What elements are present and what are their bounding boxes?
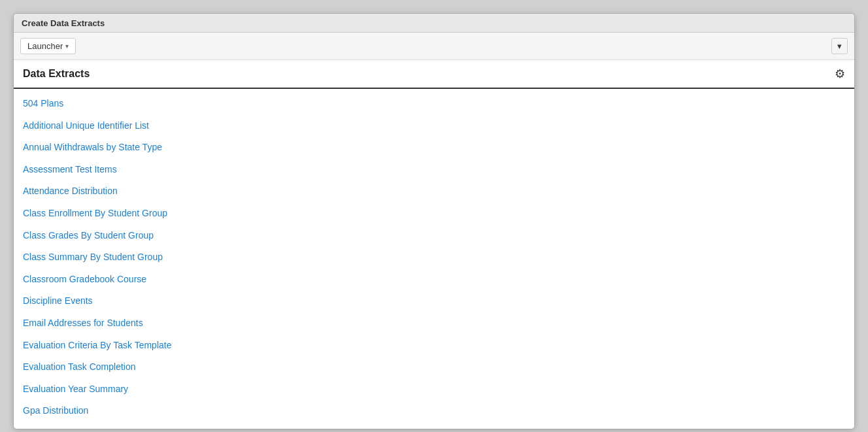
list-item[interactable]: Class Summary By Student Group: [14, 246, 854, 269]
list-item[interactable]: Class Enrollment By Student Group: [14, 203, 854, 225]
list-item[interactable]: Email Addresses for Students: [14, 312, 854, 335]
window-title: Create Data Extracts: [22, 18, 105, 28]
launcher-label: Launcher: [27, 41, 63, 51]
list-item[interactable]: Attendance Distribution: [14, 180, 854, 203]
launcher-button[interactable]: Launcher ▾: [20, 38, 76, 54]
list-item[interactable]: Additional Unique Identifier List: [14, 115, 854, 137]
toolbar: Launcher ▾ ▾: [14, 33, 854, 60]
list-item[interactable]: Evaluation Criteria By Task Template: [14, 335, 854, 357]
launcher-arrow-icon: ▾: [65, 42, 69, 50]
title-bar: Create Data Extracts: [14, 14, 854, 33]
settings-icon[interactable]: ⚙: [835, 67, 845, 81]
toolbar-dropdown-button[interactable]: ▾: [831, 38, 848, 54]
list-item[interactable]: Class Grades By Student Group: [14, 225, 854, 247]
list-item[interactable]: Evaluation Task Completion: [14, 356, 854, 378]
data-extracts-list[interactable]: 504 PlansAdditional Unique Identifier Li…: [14, 89, 854, 429]
toolbar-right-arrow-icon: ▾: [837, 41, 842, 51]
content-area: Data Extracts ⚙ 504 PlansAdditional Uniq…: [14, 60, 854, 429]
list-item[interactable]: Classroom Gradebook Course: [14, 269, 854, 291]
list-item[interactable]: Evaluation Year Summary: [14, 378, 854, 401]
list-item[interactable]: Assessment Test Items: [14, 159, 854, 181]
list-item[interactable]: Gradebook Grades: [14, 422, 854, 429]
list-item[interactable]: Discipline Events: [14, 290, 854, 312]
content-header: Data Extracts ⚙: [14, 60, 854, 89]
page-title: Data Extracts: [23, 68, 90, 80]
list-item[interactable]: Annual Withdrawals by State Type: [14, 137, 854, 159]
main-window: Create Data Extracts Launcher ▾ ▾ Data E…: [13, 13, 855, 429]
list-item[interactable]: Gpa Distribution: [14, 400, 854, 422]
list-item[interactable]: 504 Plans: [14, 93, 854, 115]
